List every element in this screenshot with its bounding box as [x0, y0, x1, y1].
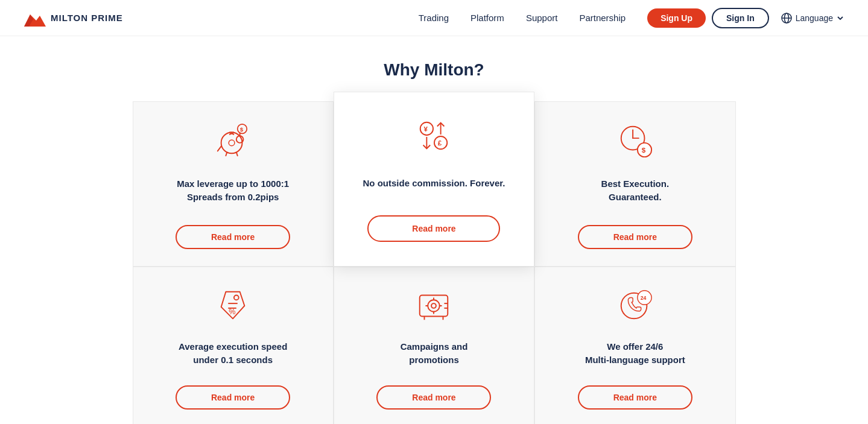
svg-point-11	[229, 140, 235, 146]
card-support-text: We offer 24/6Multi-language support	[585, 338, 685, 369]
svg-point-23	[234, 296, 239, 300]
svg-text:24: 24	[641, 295, 647, 301]
svg-point-29	[432, 303, 437, 308]
read-more-leverage[interactable]: Read more	[176, 225, 290, 249]
card-campaigns: Campaigns andpromotions Read more	[334, 267, 534, 424]
card-execution: $ Best Execution.Guaranteed. Read more	[534, 101, 735, 267]
svg-text:£: £	[438, 139, 442, 147]
chevron-down-icon	[837, 14, 844, 22]
card-leverage-text: Max leverage up to 1000:1Spreads from 0.…	[177, 173, 289, 208]
card-support: 24 We offer 24/6Multi-language support R…	[534, 267, 735, 424]
logo[interactable]: MILTON PRIME	[24, 10, 123, 27]
nav-links: Trading Platform Support Partnership	[419, 13, 626, 24]
cards-grid: $ Max leverage up to 1000:1Spreads from …	[133, 101, 736, 424]
nav-support[interactable]: Support	[526, 13, 558, 23]
read-more-commission[interactable]: Read more	[367, 215, 500, 242]
navbar: MILTON PRIME Trading Platform Support Pa…	[0, 0, 868, 36]
logo-text: MILTON PRIME	[51, 13, 123, 23]
page-title: Why Milton?	[36, 60, 832, 80]
read-more-speed[interactable]: Read more	[176, 385, 290, 410]
piggy-bank-icon: $	[214, 121, 252, 160]
card-campaigns-text: Campaigns andpromotions	[401, 338, 468, 369]
nav-partnership[interactable]: Partnership	[579, 13, 626, 23]
signin-button[interactable]: Sign In	[712, 8, 769, 28]
card-commission: ¥ £ No outside commission. Forever. Read…	[334, 92, 534, 267]
read-more-execution[interactable]: Read more	[578, 225, 692, 249]
read-more-support[interactable]: Read more	[578, 385, 692, 410]
safe-icon	[414, 286, 453, 325]
nav-trading[interactable]: Trading	[419, 13, 449, 23]
language-label: Language	[796, 13, 833, 23]
clock-money-icon: $	[616, 121, 654, 160]
globe-icon	[781, 13, 792, 24]
card-leverage: $ Max leverage up to 1000:1Spreads from …	[133, 101, 334, 267]
nav-platform[interactable]: Platform	[470, 13, 504, 23]
svg-text:%: %	[229, 308, 235, 316]
svg-text:¥: ¥	[424, 125, 428, 133]
svg-text:$: $	[240, 126, 244, 133]
card-speed-text: Average execution speedunder 0.1 seconds	[179, 338, 287, 369]
card-commission-text: No outside commission. Forever.	[363, 168, 505, 198]
language-button[interactable]: Language	[781, 13, 844, 24]
currency-exchange-icon: ¥ £	[414, 116, 453, 155]
read-more-campaigns[interactable]: Read more	[376, 385, 491, 410]
signup-button[interactable]: Sign Up	[647, 8, 706, 28]
phone-24-icon: 24	[616, 286, 654, 325]
logo-icon	[24, 10, 46, 27]
main-content: Why Milton? $	[0, 36, 868, 424]
price-tag-icon: %	[214, 286, 252, 325]
svg-text:$: $	[641, 146, 645, 154]
card-speed: % Average execution speedunder 0.1 secon…	[133, 267, 334, 424]
card-execution-text: Best Execution.Guaranteed.	[601, 173, 670, 208]
svg-point-28	[428, 300, 440, 311]
